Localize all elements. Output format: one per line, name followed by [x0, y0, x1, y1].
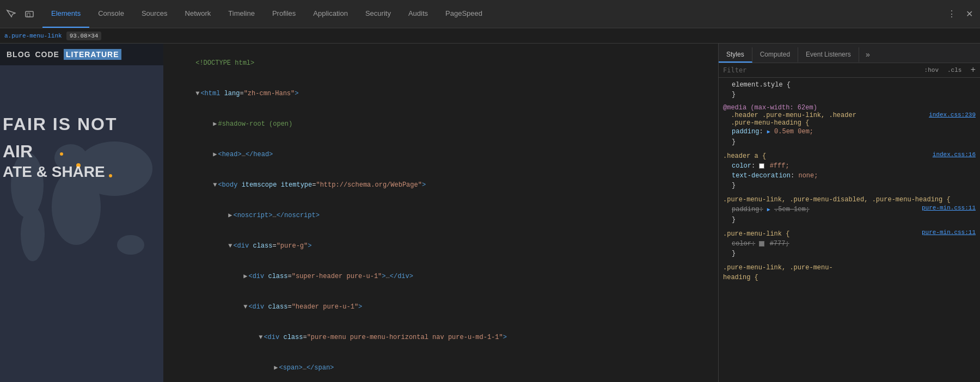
blog-label: BLOG [7, 50, 30, 59]
style-block-element: element.style { } [723, 80, 976, 100]
cls-button[interactable]: .cls [945, 66, 964, 75]
tab-event-listeners[interactable]: Event Listeners [798, 47, 859, 63]
svg-point-6 [21, 207, 45, 261]
html-line-super-header[interactable]: <div class="super-header pure-u-1">…</di… [163, 261, 718, 292]
tab-timeline[interactable]: Timeline [219, 0, 264, 28]
html-line-body[interactable]: <body itemscope itemtype="http://schema.… [163, 170, 718, 200]
breadcrumb-node[interactable]: a.pure-menu-link [4, 33, 62, 39]
tab-sources[interactable]: Sources [133, 0, 176, 28]
header-a-close: } [723, 181, 976, 190]
html-panel[interactable]: <!DOCTYPE html> <html lang="zh-cmn-Hans"… [163, 44, 719, 382]
tab-elements[interactable]: Elements [42, 0, 89, 28]
styles-more-button[interactable]: » [861, 47, 874, 63]
styles-filter-input[interactable] [723, 66, 918, 74]
color-swatch-white[interactable] [759, 163, 764, 169]
svg-rect-0 [26, 11, 33, 17]
element-size: 93.08×34 [66, 32, 102, 40]
tab-computed[interactable]: Computed [752, 47, 798, 63]
color-property-777: color: #777; [723, 239, 976, 249]
style-block-header-a: .header a { index.css:16 color: #fff; te… [723, 151, 976, 190]
styles-filter-bar: :hov .cls + [719, 63, 980, 78]
element-style-selector: element.style { [723, 80, 976, 90]
tab-security[interactable]: Security [357, 0, 400, 28]
style-block-pure-menu-link-color: .pure-menu-link { pure-min.css:11 color:… [723, 229, 976, 258]
padding-property-media: padding: ▶ 0.5em 0em; [723, 127, 976, 137]
svg-point-7 [117, 235, 144, 255]
headline-1: FAIR IS NOT [3, 114, 117, 134]
color-swatch-777[interactable] [759, 241, 764, 247]
tab-styles[interactable]: Styles [719, 47, 752, 63]
html-line-pure-menu[interactable]: <div class="pure-menu pure-menu-horizont… [163, 322, 718, 353]
more-tabs-button[interactable]: ⋮ [943, 5, 960, 23]
source-link-index16[interactable]: index.css:16 [933, 151, 976, 158]
tab-network[interactable]: Network [176, 0, 220, 28]
tab-profiles[interactable]: Profiles [264, 0, 304, 28]
hov-button[interactable]: :hov [922, 66, 941, 75]
preview-panel: BLOG CODE LITERATURE [0, 44, 163, 382]
pure-menu-link-color-selector-line: .pure-menu-link { pure-min.css:11 [723, 229, 976, 239]
html-line-doctype[interactable]: <!DOCTYPE html> [163, 48, 718, 78]
source-link-puremin11b[interactable]: pure-min.css:11 [922, 229, 976, 236]
styles-content: element.style { } @media (max-width: 62e… [719, 78, 980, 382]
html-line-html[interactable]: <html lang="zh-cmn-Hans"> [163, 78, 718, 109]
tab-pagespeed[interactable]: PageSpeed [437, 0, 491, 28]
breadcrumb-bar: a.pure-menu-link 93.08×34 [0, 28, 980, 44]
header-a-selector-line: .header a { index.css:16 [723, 151, 976, 161]
html-line-header[interactable]: <div class="header pure-u-1"> [163, 292, 718, 322]
html-line-shadow[interactable]: #shadow-root (open) [163, 109, 718, 139]
text-decoration-property: text-decoration: none; [723, 171, 976, 181]
source-link-puremin11[interactable]: pure-min.css:11 [922, 205, 976, 211]
html-line-noscript[interactable]: <noscript>…</noscript> [163, 200, 718, 231]
map-dot [60, 152, 63, 156]
styles-panel: Styles Computed Event Listeners » :hov .… [719, 44, 980, 382]
source-link-index239[interactable]: index.css:239 [929, 112, 976, 118]
triangle-pure-g[interactable] [228, 241, 232, 251]
literature-label: LITERATURE [64, 49, 121, 60]
html-line-span[interactable]: <span>…</span> [163, 353, 718, 382]
pure-menu-link-selector-line: .pure-menu-link, .pure-menu-disabled, .p… [723, 195, 976, 205]
svg-point-5 [11, 152, 44, 218]
style-block-pure-menu-link: .pure-menu-link, .pure-menu-disabled, .p… [723, 195, 976, 225]
close-devtools-button[interactable]: ✕ [960, 5, 978, 23]
triangle-html[interactable] [195, 89, 199, 98]
devtools-topbar: Elements Console Sources Network Timelin… [0, 0, 980, 28]
triangle-pure-menu[interactable] [259, 332, 262, 342]
site-header: BLOG CODE LITERATURE [0, 44, 163, 65]
triangle-body[interactable] [213, 180, 217, 190]
triangle-shadow[interactable] [213, 119, 217, 129]
tab-console[interactable]: Console [89, 0, 133, 28]
map-background: FAIR IS NOT AIR ATE & SHARE [0, 65, 163, 382]
add-style-button[interactable]: + [970, 65, 976, 75]
triangle-noscript[interactable] [228, 211, 232, 220]
main-content: BLOG CODE LITERATURE [0, 44, 980, 382]
pure-menu-partial-heading-line: heading { [723, 273, 976, 282]
media-sub-selector-line: .pure-menu-heading { [723, 119, 976, 127]
triangle-header[interactable] [243, 302, 247, 312]
media-selector-line: .header .pure-menu-link, .header index.c… [723, 112, 976, 119]
triangle-head[interactable] [213, 150, 217, 159]
tab-audits[interactable]: Audits [400, 0, 437, 28]
styles-tabs: Styles Computed Event Listeners » [719, 44, 980, 63]
color-property-header: color: #fff; [723, 161, 976, 171]
headline-3: ATE & SHARE [3, 163, 105, 181]
html-line-head[interactable]: <head>…</head> [163, 139, 718, 170]
style-block-media: @media (max-width: 62em) .header .pure-m… [723, 104, 976, 147]
device-toolbar-button[interactable] [21, 5, 38, 23]
element-style-close: } [723, 90, 976, 100]
style-block-pure-menu-partial: .pure-menu-link, .pure-menu- heading { [723, 263, 976, 282]
triangle-span[interactable] [274, 363, 278, 373]
tab-application[interactable]: Application [304, 0, 357, 28]
pure-menu-partial-selector-line: .pure-menu-link, .pure-menu- [723, 263, 976, 273]
map-dot [109, 174, 112, 177]
html-line-pure-g[interactable]: <div class="pure-g"> [163, 231, 718, 261]
pure-menu-link-close: } [723, 215, 976, 225]
code-label: CODE [35, 50, 59, 59]
headline-2: AIR [3, 141, 33, 162]
triangle-super-header[interactable] [243, 272, 247, 281]
toolbar-icons [2, 5, 38, 23]
media-close: } [723, 137, 976, 147]
media-query-line: @media (max-width: 62em) [723, 104, 976, 112]
pure-menu-link-color-close: } [723, 249, 976, 258]
svg-rect-1 [27, 13, 30, 17]
inspect-element-button[interactable] [2, 5, 20, 23]
